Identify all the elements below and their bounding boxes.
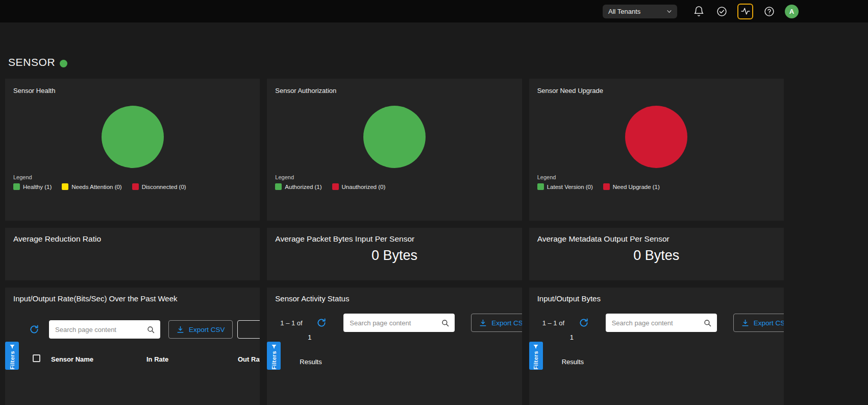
- panel-sensor-health: Sensor Health Legend Healthy (1) Needs A…: [5, 79, 260, 221]
- panel-io-rate-table: Input/Output Rate(Bits/Sec) Over the Pas…: [5, 288, 260, 405]
- column-header-sensor-name[interactable]: Sensor Name: [51, 355, 93, 363]
- legend: Healthy (1) Needs Attention (0) Disconne…: [13, 183, 252, 190]
- panel-sensor-authorization: Sensor Authorization Legend Authorized (…: [267, 79, 522, 221]
- refresh-button[interactable]: [29, 324, 40, 336]
- topbar: All Tenants A: [0, 0, 868, 22]
- search-input[interactable]: [343, 319, 441, 327]
- search-box: [606, 314, 717, 332]
- filters-tab[interactable]: Filters: [529, 342, 543, 370]
- panel-title: Input/Output Bytes: [537, 294, 601, 303]
- filters-tab[interactable]: Filters: [267, 342, 281, 370]
- sensor-authorization-pie-chart[interactable]: [363, 106, 426, 168]
- panel-sensor-activity-status: Sensor Activity Status 1 – 1 of: [267, 288, 522, 405]
- stat-row: Average Reduction Ratio Average Packet B…: [5, 228, 784, 280]
- search-input[interactable]: [49, 326, 146, 333]
- export-label: Export CSV: [491, 319, 522, 327]
- refresh-button[interactable]: [578, 318, 589, 329]
- filters-label: Filters: [9, 351, 15, 370]
- sensor-monitor-button[interactable]: [737, 4, 753, 19]
- tenant-select-value: All Tenants: [608, 8, 640, 15]
- download-icon: [176, 325, 185, 334]
- help-icon: [763, 6, 775, 17]
- panel-sensor-need-upgrade: Sensor Need Upgrade Legend Latest Versio…: [529, 79, 784, 221]
- search-icon: [441, 319, 450, 327]
- search-icon: [703, 319, 712, 327]
- legend-swatch: [13, 183, 20, 190]
- legend-swatch: [62, 183, 68, 190]
- legend-swatch: [332, 183, 339, 190]
- legend-item-label: Latest Version (0): [547, 184, 593, 190]
- panel-title: Input/Output Rate(Bits/Sec) Over the Pas…: [13, 294, 178, 303]
- tasks-button[interactable]: [714, 4, 729, 18]
- help-button[interactable]: [762, 4, 776, 18]
- panel-io-bytes: Input/Output Bytes 1 – 1 of: [529, 288, 784, 405]
- panel-average-packet-bytes-input: Average Packet Bytes Input Per Sensor 0 …: [267, 228, 522, 280]
- legend-item[interactable]: Authorized (1): [275, 183, 321, 190]
- activity-icon: [740, 6, 751, 16]
- panel-title: Average Metadata Output Per Sensor: [537, 234, 776, 244]
- bell-icon: [693, 6, 705, 17]
- legend-item-label: Needs Attention (0): [71, 184, 121, 190]
- clipped-button[interactable]: [237, 320, 260, 339]
- tenant-select[interactable]: All Tenants: [603, 5, 677, 18]
- panel-title: Average Packet Bytes Input Per Sensor: [275, 234, 513, 244]
- legend-item[interactable]: Need Upgrade (1): [603, 183, 660, 190]
- panel-title: Sensor Authorization: [275, 87, 513, 94]
- refresh-button[interactable]: [316, 318, 327, 329]
- search-input[interactable]: [606, 319, 703, 327]
- refresh-icon: [29, 324, 39, 335]
- sensor-need-upgrade-pie-chart[interactable]: [625, 106, 687, 168]
- legend: Latest Version (0) Need Upgrade (1): [537, 183, 776, 190]
- pagination-info: 1 – 1 of: [542, 318, 564, 328]
- legend-item-label: Need Upgrade (1): [613, 184, 660, 190]
- legend-label: Legend: [275, 174, 513, 180]
- chevron-down-icon: [666, 8, 673, 15]
- pagination-info: 1 – 1 of: [280, 318, 302, 328]
- result-label: Results: [300, 358, 321, 366]
- dashboard-content: Sensor Health Legend Healthy (1) Needs A…: [5, 79, 784, 405]
- column-header-in-rate[interactable]: In Rate: [146, 355, 168, 363]
- panel-title: Average Reduction Ratio: [13, 234, 252, 244]
- legend: Authorized (1) Unauthorized (0): [275, 183, 513, 190]
- result-count: 1: [570, 333, 574, 341]
- legend-swatch: [275, 183, 282, 190]
- sensor-health-pie-chart[interactable]: [102, 106, 164, 168]
- legend-label: Legend: [13, 174, 252, 180]
- page-title: SENSOR: [8, 56, 55, 68]
- search-box: [343, 314, 455, 332]
- download-icon: [479, 319, 487, 327]
- table-row: Input/Output Rate(Bits/Sec) Over the Pas…: [5, 288, 784, 405]
- legend-swatch: [132, 183, 139, 190]
- legend-item[interactable]: Needs Attention (0): [62, 183, 121, 190]
- export-label: Export CSV: [189, 326, 225, 333]
- refresh-icon: [579, 318, 589, 328]
- export-csv-button[interactable]: Export CSV: [471, 314, 522, 332]
- panel-average-reduction-ratio: Average Reduction Ratio: [5, 228, 260, 280]
- filters-label: Filters: [271, 351, 277, 370]
- panel-title: Sensor Activity Status: [275, 294, 349, 303]
- export-csv-button[interactable]: Export CSV: [733, 314, 784, 332]
- column-header-out-rate[interactable]: Out Rate: [238, 355, 260, 363]
- legend-swatch: [603, 183, 610, 190]
- legend-item[interactable]: Disconnected (0): [132, 183, 186, 190]
- refresh-icon: [316, 318, 327, 328]
- filter-icon: [271, 344, 277, 350]
- page-header: SENSOR: [0, 22, 868, 79]
- search-icon: [146, 325, 155, 334]
- legend-label: Legend: [537, 174, 776, 180]
- legend-item[interactable]: Latest Version (0): [537, 183, 593, 190]
- panel-title: Sensor Need Upgrade: [537, 87, 776, 94]
- filters-tab[interactable]: Filters: [5, 342, 19, 370]
- avatar[interactable]: A: [785, 5, 799, 18]
- legend-item[interactable]: Unauthorized (0): [332, 183, 386, 190]
- legend-item-label: Authorized (1): [285, 184, 321, 190]
- select-all-checkbox[interactable]: [33, 354, 40, 362]
- notifications-button[interactable]: [691, 4, 706, 18]
- legend-swatch: [537, 183, 544, 190]
- result-count: 1: [308, 333, 311, 341]
- legend-item-label: Disconnected (0): [142, 184, 186, 190]
- result-label: Results: [562, 358, 584, 366]
- search-box: [49, 320, 160, 339]
- legend-item[interactable]: Healthy (1): [13, 183, 52, 190]
- export-csv-button[interactable]: Export CSV: [168, 320, 233, 339]
